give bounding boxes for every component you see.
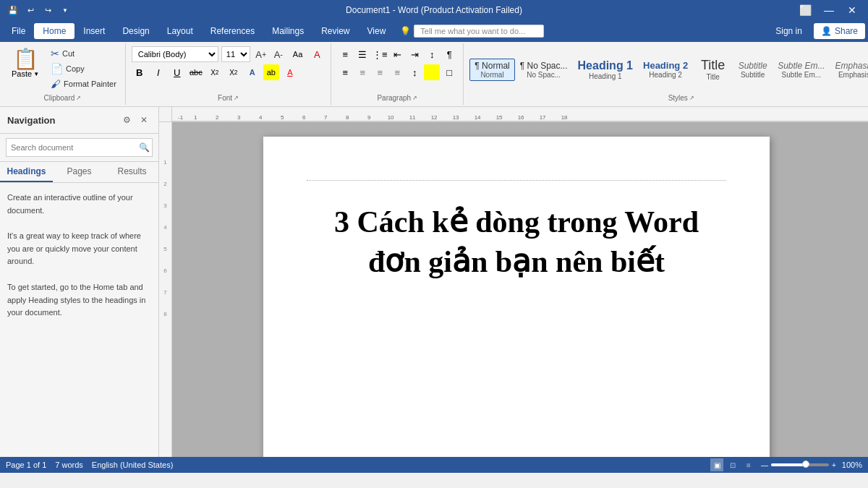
style-heading1[interactable]: Heading 1 Heading 1 bbox=[573, 57, 638, 82]
nav-hint-2: It's a great way to keep track of where … bbox=[7, 230, 151, 268]
format-painter-button[interactable]: 🖌 Format Painter bbox=[48, 77, 119, 91]
show-formatting-button[interactable]: ¶ bbox=[441, 46, 457, 62]
italic-button[interactable]: I bbox=[150, 64, 166, 80]
cut-button[interactable]: ✂ Cut bbox=[48, 46, 119, 61]
paragraph-expand-icon[interactable]: ↗ bbox=[412, 95, 417, 101]
menu-design[interactable]: Design bbox=[114, 23, 158, 39]
align-left-button[interactable]: ≡ bbox=[337, 64, 353, 80]
save-button[interactable]: 💾 bbox=[6, 3, 20, 17]
document-heading[interactable]: 3 Cách kẻ dòng trong Word đơn giản bạn n… bbox=[307, 202, 726, 281]
nav-tab-headings[interactable]: Headings bbox=[0, 162, 53, 182]
tell-me-input[interactable]: Tell me what you want to do... bbox=[414, 25, 544, 38]
menu-mailings[interactable]: Mailings bbox=[263, 23, 312, 39]
styles-expand-icon[interactable]: ↗ bbox=[689, 95, 694, 101]
style-normal[interactable]: ¶ Normal Normal bbox=[469, 59, 514, 81]
menu-home[interactable]: Home bbox=[34, 23, 75, 39]
minimize-button[interactable]: — bbox=[819, 0, 839, 20]
bold-button[interactable]: B bbox=[132, 64, 148, 80]
read-mode-button[interactable]: ≡ bbox=[742, 458, 755, 471]
align-right-button[interactable]: ≡ bbox=[372, 64, 388, 80]
style-subtitle[interactable]: Subtitle Subtitle bbox=[733, 59, 773, 81]
decrease-font-size-button[interactable]: A- bbox=[271, 46, 286, 62]
zoom-bar[interactable] bbox=[771, 463, 829, 466]
bullets-button[interactable]: ≡ bbox=[337, 46, 353, 62]
nav-pin-button[interactable]: ⚙ bbox=[119, 113, 134, 127]
ruler-mark: 10 bbox=[380, 114, 401, 121]
style-no-spacing-preview: ¶ No Spac... bbox=[520, 61, 568, 71]
menu-references[interactable]: References bbox=[202, 23, 263, 39]
menu-review[interactable]: Review bbox=[312, 23, 358, 39]
zoom-level[interactable]: 100% bbox=[842, 461, 862, 469]
menu-view[interactable]: View bbox=[359, 23, 395, 39]
ruler-corner bbox=[159, 107, 172, 121]
shading-button[interactable] bbox=[424, 64, 440, 80]
customize-quick-access-button[interactable]: ▼ bbox=[58, 3, 72, 17]
nav-tab-results[interactable]: Results bbox=[106, 162, 158, 182]
font-name-select[interactable]: Calibri (Body) bbox=[132, 46, 218, 62]
menu-layout[interactable]: Layout bbox=[158, 23, 202, 39]
style-no-spacing[interactable]: ¶ No Spac... No Spac... bbox=[515, 59, 573, 81]
web-layout-button[interactable]: ⊡ bbox=[726, 458, 739, 471]
window-title: Document1 - Word (Product Activation Fai… bbox=[346, 5, 522, 15]
clipboard-expand-icon[interactable]: ↗ bbox=[76, 95, 81, 101]
align-center-button[interactable]: ≡ bbox=[354, 64, 370, 80]
redo-button[interactable]: ↪ bbox=[41, 3, 55, 17]
style-title-label: Title bbox=[706, 73, 720, 81]
style-emphasis[interactable]: Emphasis Emphasis bbox=[830, 59, 868, 81]
style-heading2[interactable]: Heading 2 Heading 2 bbox=[638, 58, 693, 81]
paste-label: Paste bbox=[12, 69, 32, 78]
strikethrough-button[interactable]: abc bbox=[188, 64, 204, 80]
style-emphasis-label: Emphasis bbox=[838, 71, 868, 79]
increase-font-size-button[interactable]: A+ bbox=[253, 46, 269, 62]
search-document-input[interactable] bbox=[6, 138, 153, 157]
menu-insert[interactable]: Insert bbox=[75, 23, 114, 39]
font-group-label: Font ↗ bbox=[132, 93, 325, 102]
restore-button[interactable]: ⬜ bbox=[796, 0, 816, 20]
font-expand-icon[interactable]: ↗ bbox=[234, 95, 239, 101]
styles-group-label: Styles ↗ bbox=[469, 93, 868, 102]
highlight-color-button[interactable]: ab bbox=[263, 64, 279, 80]
nav-search-wrapper: 🔍 bbox=[6, 138, 153, 157]
multilevel-list-button[interactable]: ⋮≡ bbox=[372, 46, 388, 62]
nav-close-button[interactable]: ✕ bbox=[137, 113, 151, 127]
close-button[interactable]: ✕ bbox=[842, 0, 862, 20]
style-subtle-em[interactable]: Subtle Em... Subtle Em... bbox=[773, 59, 830, 81]
font-color-button[interactable]: A bbox=[282, 64, 298, 80]
search-icon[interactable]: 🔍 bbox=[139, 142, 150, 153]
zoom-handle[interactable] bbox=[802, 461, 809, 468]
sign-in-button[interactable]: Sign in bbox=[770, 23, 808, 39]
line-spacing-button[interactable]: ↕ bbox=[407, 64, 422, 80]
numbering-button[interactable]: ☰ bbox=[354, 46, 370, 62]
zoom-slider[interactable]: — + bbox=[761, 461, 836, 469]
clipboard-sub-buttons: ✂ Cut 📄 Copy 🖌 Format Painter bbox=[48, 46, 119, 91]
menu-file[interactable]: File bbox=[3, 23, 34, 39]
copy-button[interactable]: 📄 Copy bbox=[48, 61, 119, 76]
underline-button[interactable]: U bbox=[169, 64, 185, 80]
font-size-select[interactable]: 11 bbox=[221, 46, 250, 62]
style-title[interactable]: Title Title bbox=[693, 56, 733, 83]
document-page[interactable]: 3 Cách kẻ dòng trong Word đơn giản bạn n… bbox=[263, 137, 770, 457]
decrease-indent-button[interactable]: ⇤ bbox=[389, 46, 405, 62]
paste-button[interactable]: 📋 Paste ▼ bbox=[6, 46, 45, 81]
share-button[interactable]: 👤 Share bbox=[814, 23, 865, 39]
increase-indent-button[interactable]: ⇥ bbox=[407, 46, 422, 62]
clear-formatting-button[interactable]: A bbox=[309, 46, 325, 62]
zoom-out-button[interactable]: — bbox=[761, 461, 768, 469]
borders-button[interactable]: □ bbox=[441, 64, 457, 80]
ruler-mark: 12 bbox=[423, 114, 445, 121]
subscript-button[interactable]: X2 bbox=[207, 64, 223, 80]
justify-button[interactable]: ≡ bbox=[389, 64, 405, 80]
sort-button[interactable]: ↕ bbox=[424, 46, 440, 62]
print-layout-button[interactable]: ▣ bbox=[710, 458, 723, 471]
paste-dropdown-arrow[interactable]: ▼ bbox=[33, 71, 39, 77]
superscript-button[interactable]: X2 bbox=[226, 64, 242, 80]
nav-tab-pages[interactable]: Pages bbox=[53, 162, 106, 182]
change-case-button[interactable]: Aa bbox=[289, 46, 306, 62]
ribbon: 📋 Paste ▼ ✂ Cut 📄 Copy 🖌 Format Painter bbox=[0, 42, 868, 107]
undo-button[interactable]: ↩ bbox=[23, 3, 38, 17]
text-effects-button[interactable]: A bbox=[244, 64, 260, 80]
zoom-in-button[interactable]: + bbox=[832, 461, 836, 469]
view-buttons: ▣ ⊡ ≡ bbox=[710, 458, 755, 471]
document-wrapper[interactable]: 3 Cách kẻ dòng trong Word đơn giản bạn n… bbox=[172, 122, 868, 457]
font-row1: Calibri (Body) 11 A+ A- Aa A bbox=[132, 46, 325, 62]
